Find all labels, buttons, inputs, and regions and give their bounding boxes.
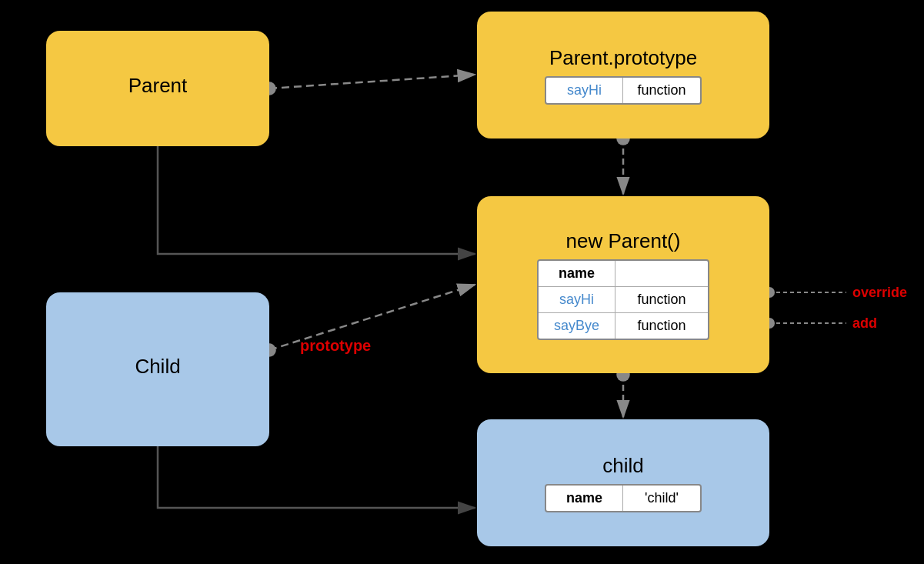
parent-prototype-box: Parent.prototype sayHi function [477,12,769,138]
table-row: sayHi function [546,78,700,103]
new-parent-table: name sayHi function sayBye function [537,259,709,340]
name-key: name [546,486,623,511]
child-instance-table: name 'child' [545,484,702,512]
parent-label: Parent [128,74,188,98]
prototype-label: prototype [300,337,371,355]
child-box: Child [46,292,269,446]
child-name-value: 'child' [623,486,700,511]
parent-prototype-label: Parent.prototype [549,46,697,70]
child-instance-box: child name 'child' [477,419,769,546]
new-parent-label: new Parent() [566,229,681,253]
table-row: name 'child' [546,486,700,511]
add-label: add [852,315,877,332]
table-row: sayHi function [539,287,708,313]
override-label: override [852,285,907,301]
table-row: sayBye function [539,313,708,339]
sayhi-key: sayHi [539,287,615,312]
sayhi-key: sayHi [546,78,623,103]
svg-line-3 [269,75,475,88]
function-value: function [623,78,700,103]
name-key: name [539,261,615,286]
parent-prototype-table: sayHi function [545,76,702,105]
saybye-key: sayBye [539,313,615,339]
child-instance-label: child [602,454,643,478]
table-row: name [539,261,708,287]
parent-box: Parent [46,31,269,146]
function-value: function [615,287,708,312]
new-parent-box: new Parent() name sayHi function sayBye … [477,196,769,373]
function-value2: function [615,313,708,339]
child-label: Child [135,355,180,379]
name-value [615,261,708,286]
